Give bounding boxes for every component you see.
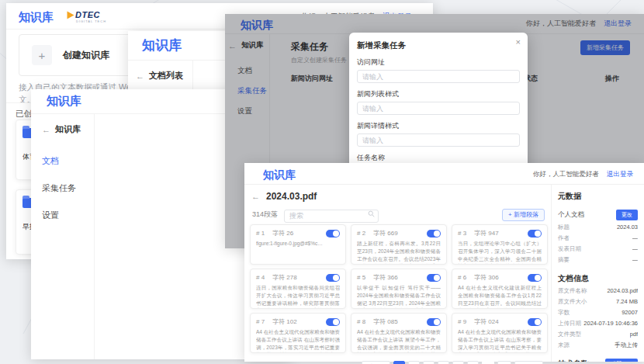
meta-value: — <box>632 234 639 242</box>
segment-id: # 2 <box>357 230 365 237</box>
segment-toggle[interactable] <box>528 230 542 237</box>
segment-card[interactable]: # 7 字符 102 A4 在社会主义现代化国家粮食和物资储备工作会议上讲话 在… <box>250 313 346 353</box>
doc-type-label: 个人文档 <box>558 210 584 220</box>
field-label-detail-style: 新闻详情样式 <box>357 121 520 131</box>
segment-text: A4 在社会主义现代化国家粮食和物资储备工作会议上讲话 展望今年工作，会议强调，… <box>357 328 441 353</box>
segment-search <box>284 207 379 223</box>
logo-subtext: DIGITAL TECH <box>76 19 106 23</box>
meta-value: — <box>632 256 639 264</box>
meta-value: — <box>632 245 639 253</box>
info-label: 文件类型 <box>558 331 581 338</box>
pagination-page-6[interactable]: 6 <box>467 361 479 364</box>
segment-id: # 1 <box>256 230 265 237</box>
news-detail-style-field[interactable] <box>357 133 520 147</box>
segment-id: # 4 <box>256 274 265 281</box>
segment-text: 当日，党组理论学习中心组（扩大）召开集体学习，深入学习领会二十届中央纪委三次全会… <box>458 240 542 265</box>
meta-label: 发表日期 <box>558 245 581 253</box>
back-arrow-icon: ← <box>42 125 50 134</box>
pagination-page-1[interactable]: 1 <box>393 361 405 364</box>
segment-id: # 9 <box>458 318 466 325</box>
segment-text: 踏上新征程，奋楫再出发。3月22日至23日，2024年全国粮食和物资储备工作会议… <box>357 240 441 265</box>
modal-title: 新增采集任务 <box>357 40 520 51</box>
pagination-ellipsis: ••• <box>482 361 494 364</box>
segment-toggle[interactable] <box>427 274 441 282</box>
re-recall-button[interactable]: 重新召回 <box>605 359 638 362</box>
segment-text: figure:1-figure-0.jpg@#$%c name:figure <box>256 240 340 248</box>
info-label: 来源 <box>558 341 570 349</box>
field-label-url: 访问网址 <box>357 57 520 68</box>
back-to-doc-list[interactable]: ← 文档列表 <box>136 70 192 81</box>
pagination-page-5[interactable]: 5 <box>452 361 464 364</box>
segment-id: # 3 <box>458 230 466 237</box>
segment-card[interactable]: # 6 字符 306 A4 在社会主义现代化建设新征程上 全国粮食和物资储备工作… <box>452 269 548 309</box>
meta-label: 摘要 <box>558 256 570 264</box>
pagination-next[interactable]: 下一页 › <box>514 361 543 364</box>
segment-id: # 8 <box>357 318 365 325</box>
sidebar-item-documents[interactable]: 文档 <box>42 155 94 167</box>
segment-card[interactable]: # 2 字符 669 踏上新征程，奋楫再出发。3月22日至23日，2024年全国… <box>351 224 447 265</box>
segment-toggle[interactable] <box>528 318 542 326</box>
segment-char-count: 字符 306 <box>474 273 499 282</box>
segment-toggle[interactable] <box>528 274 542 282</box>
document-title: 2024.03.pdf <box>266 191 317 202</box>
segment-toggle[interactable] <box>326 274 340 282</box>
plus-icon: + <box>32 45 52 65</box>
info-value: pdf <box>630 331 638 338</box>
edit-metadata-button[interactable]: 更改 <box>616 210 638 220</box>
app-title: 知识库 <box>142 36 182 54</box>
sidebar-item-collect-tasks[interactable]: 采集任务 <box>42 182 94 194</box>
pagination: ‹ 上一页 1 2 3 4 5 6 ••• 36 下一页 › <box>362 361 543 364</box>
logo-triangle-icon <box>68 11 74 19</box>
segment-text: A4 在社会主义现代化国家粮食和物资储备工作会议上讲话 在山东考察，要深入学习贯… <box>458 328 542 353</box>
segment-toggle[interactable] <box>427 318 441 326</box>
close-icon[interactable]: × <box>516 38 521 47</box>
field-label-task-name: 任务名称 <box>357 153 520 163</box>
info-label: 上传日期 <box>558 320 581 328</box>
segment-card[interactable]: # 4 字符 278 连日，国家粮食和物资储备局党组召开扩大会议，传达学习贯彻习… <box>250 269 346 309</box>
segment-toggle[interactable] <box>326 318 340 326</box>
segment-char-count: 字符 947 <box>474 229 499 237</box>
segment-count: 314段落 <box>252 210 278 220</box>
back-label: 文档列表 <box>149 70 183 81</box>
metadata-title: 元数据 <box>558 191 638 202</box>
segment-char-count: 字符 024 <box>474 317 499 326</box>
create-kb-label: 创建知识库 <box>63 49 109 62</box>
document-metadata-sidebar: 元数据 个人文档 更改 标题2024.03 作者— 发表日期— 摘要— 文档信息… <box>551 185 644 362</box>
news-list-style-field[interactable] <box>357 102 520 115</box>
pagination-prev[interactable]: ‹ 上一页 <box>362 361 390 364</box>
search-icon <box>368 210 375 217</box>
segment-char-count: 字符 102 <box>272 317 297 326</box>
info-value: 2024-07-19 10:46:36 <box>583 320 638 328</box>
segment-toggle[interactable] <box>427 230 441 237</box>
segment-card[interactable]: # 1 字符 26 figure:1-figure-0.jpg@#$%c nam… <box>250 224 346 265</box>
pagination-page-2[interactable]: 2 <box>408 361 420 364</box>
search-input[interactable] <box>284 210 379 223</box>
pagination-page-4[interactable]: 4 <box>438 361 449 364</box>
pagination-page-36[interactable]: 36 <box>497 361 511 364</box>
segment-id: # 5 <box>357 274 365 281</box>
segment-toggle[interactable] <box>326 230 340 237</box>
segment-card[interactable]: # 8 字符 085 A4 在社会主义现代化国家粮食和物资储备工作会议上讲话 展… <box>351 313 447 353</box>
url-field[interactable] <box>357 70 520 83</box>
info-label: 原文件大小 <box>558 298 587 306</box>
logout-link[interactable]: 退出登录 <box>607 170 633 178</box>
info-label: 字数 <box>558 309 570 317</box>
desktop-stage: 知识库 DTEC DIGITAL TECH 你好，人工智能爱好者退出登录 + 创… <box>0 0 644 364</box>
segment-text: A4 在社会主义现代化建设新征程上 全国粮食和物资储备工作会议1月22日至23日… <box>458 284 542 309</box>
segment-text: A4 在社会主义现代化国家粮食和物资储备工作会议上讲话 在山东考察时强调，202… <box>256 328 340 353</box>
back-arrow-icon[interactable]: ← <box>251 192 260 201</box>
segment-card[interactable]: # 3 字符 947 当日，党组理论学习中心组（扩大）召开集体学习，深入学习领会… <box>452 224 548 265</box>
sidebar-item-settings[interactable]: 设置 <box>42 210 94 221</box>
segment-card[interactable]: # 9 字符 024 A4 在社会主义现代化国家粮食和物资储备工作会议上讲话 在… <box>452 313 548 353</box>
info-value: 7.24 MB <box>616 298 638 306</box>
back-to-kb[interactable]: ← 知识库 <box>42 123 94 135</box>
info-value: 手动上传 <box>615 341 638 349</box>
meta-label: 标题 <box>558 224 570 231</box>
pagination-page-3[interactable]: 3 <box>423 361 435 364</box>
segment-card[interactable]: # 5 字符 366 以学促干 以知促行 笃行实干——2024年全国粮食和物资储… <box>351 269 447 309</box>
logo-text: DTEC <box>75 10 100 19</box>
window-document-viewer: 知识库 你好，人工智能爱好者退出登录 ← 2024.03.pdf 314段落 <box>244 163 644 362</box>
add-segment-button[interactable]: + 新增段落 <box>502 209 545 221</box>
segment-text: 连日，国家粮食和物资储备局党组召开扩大会议，传达学习贯彻习近平总书记重要讲话精神… <box>256 284 340 309</box>
segment-char-count: 字符 669 <box>373 229 398 237</box>
